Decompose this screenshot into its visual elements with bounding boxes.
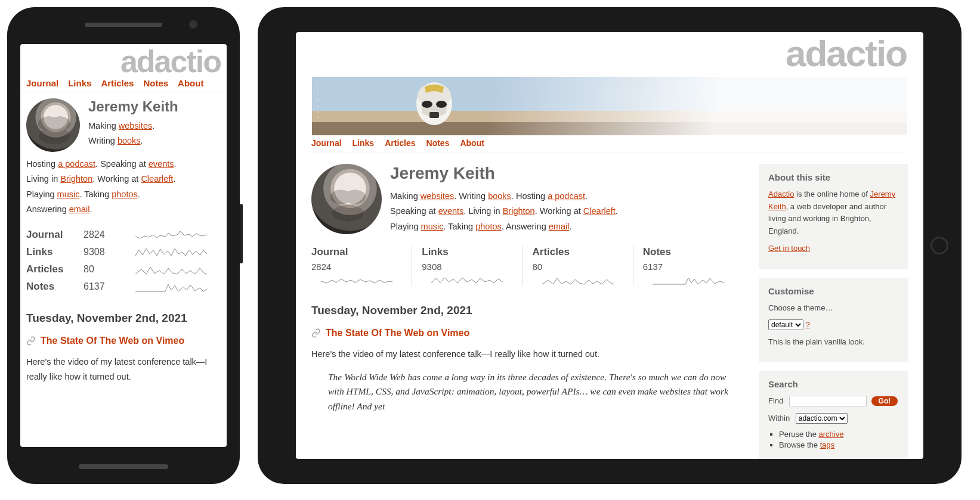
- archive-link[interactable]: archive: [819, 430, 844, 439]
- bio-link-music[interactable]: music: [57, 190, 80, 199]
- profile-name: Jeremy Keith: [390, 164, 743, 183]
- profile-bio: Making websites. Writing books. Hosting …: [390, 189, 743, 234]
- within-select[interactable]: adactio.com: [796, 413, 848, 424]
- link-icon: [26, 336, 36, 346]
- post-body: Here's the video of my latest conference…: [26, 355, 221, 384]
- hero-banner: □□□□□□: [311, 76, 908, 136]
- bio-link-books[interactable]: books: [488, 191, 511, 201]
- bio-link-events[interactable]: events: [149, 159, 174, 169]
- svg-point-3: [436, 101, 447, 108]
- tablet-screen: adactio □□□□□□ Journal Links Articles No…: [296, 32, 923, 459]
- bio-link-email[interactable]: email: [549, 222, 570, 231]
- phone-frame: adactio Journal Links Articles Notes Abo…: [7, 7, 240, 484]
- bio-link-photos[interactable]: photos: [475, 222, 502, 231]
- nav-notes[interactable]: Notes: [426, 138, 450, 148]
- svg-rect-4: [429, 112, 439, 118]
- link-icon: [311, 328, 321, 338]
- search-go-button[interactable]: Go!: [871, 396, 898, 406]
- bio-link-music[interactable]: music: [421, 222, 444, 231]
- stat-journal[interactable]: Journal 2824: [26, 228, 221, 242]
- bio-link-clearleft[interactable]: Clearleft: [141, 174, 173, 184]
- sidebar: About this site Adactio is the online ho…: [759, 153, 908, 459]
- profile-bio: Making websites. Writing books.: [88, 119, 178, 149]
- find-label: Find: [768, 395, 783, 408]
- search-heading: Search: [768, 379, 898, 389]
- bio-link-events[interactable]: events: [438, 206, 464, 216]
- tablet-home-button: [930, 237, 948, 254]
- stat-notes[interactable]: Notes 6137: [633, 246, 743, 286]
- avatar: [311, 164, 382, 234]
- profile-bio-cont: Hosting a podcast. Speaking at events. L…: [26, 157, 221, 218]
- stat-links[interactable]: Links 9308: [26, 245, 221, 259]
- nav-links[interactable]: Links: [353, 138, 375, 148]
- bio-link-clearleft[interactable]: Clearleft: [583, 206, 616, 216]
- phone-camera: [189, 20, 197, 29]
- about-link-site[interactable]: Adactio: [768, 190, 794, 198]
- phone-side-button: [240, 204, 243, 263]
- bio-link-photos[interactable]: photos: [112, 190, 138, 199]
- theme-note: This is the plain vanilla look.: [768, 336, 898, 349]
- box-about: About this site Adactio is the online ho…: [759, 164, 908, 269]
- customise-heading: Customise: [768, 286, 898, 296]
- box-customise: Customise Choose a theme… default ? This…: [759, 278, 908, 363]
- phone-home-indicator: [79, 464, 168, 469]
- contact-link[interactable]: Get in touch: [768, 244, 810, 253]
- nav-articles[interactable]: Articles: [385, 138, 415, 148]
- nav-about[interactable]: About: [460, 138, 484, 148]
- bio-link-brighton[interactable]: Brighton: [60, 174, 92, 184]
- theme-help-link[interactable]: ?: [806, 320, 810, 329]
- sparkline-journal: [311, 274, 402, 286]
- post-title[interactable]: The State Of The Web on Vimeo: [26, 336, 221, 346]
- bio-link-websites[interactable]: websites: [119, 121, 152, 131]
- about-heading: About this site: [768, 172, 898, 182]
- profile-name: Jeremy Keith: [88, 98, 178, 115]
- search-list-archive: Peruse the archive: [779, 430, 898, 439]
- stormtrooper-graphic: [401, 79, 467, 135]
- within-label: Within: [768, 412, 790, 425]
- primary-nav: Journal Links Articles Notes About: [311, 136, 908, 153]
- post-body: Here's the video of my latest conference…: [311, 347, 743, 362]
- banner-dots: □□□□□□: [317, 85, 321, 121]
- phone-content: Jeremy Keith Making websites. Writing bo…: [20, 92, 227, 390]
- search-list-tags: Browse the tags: [779, 440, 898, 449]
- sparkline-notes: [122, 279, 221, 294]
- post-date: Tuesday, November 2nd, 2021: [311, 304, 743, 317]
- stat-journal[interactable]: Journal 2824: [311, 246, 412, 286]
- site-logo[interactable]: adactio: [296, 32, 923, 73]
- bio-link-podcast[interactable]: a podcast: [548, 191, 585, 201]
- bio-link-brighton[interactable]: Brighton: [503, 206, 535, 216]
- nav-notes[interactable]: Notes: [143, 78, 168, 88]
- post-date: Tuesday, November 2nd, 2021: [26, 312, 221, 325]
- main-column: Jeremy Keith Making websites. Writing bo…: [311, 153, 743, 459]
- avatar: [26, 98, 80, 152]
- nav-about[interactable]: About: [178, 78, 203, 88]
- sparkline-articles: [533, 274, 623, 286]
- bio-link-websites[interactable]: websites: [421, 191, 454, 201]
- primary-nav: Journal Links Articles Notes About: [20, 76, 227, 92]
- post-title[interactable]: The State Of The Web on Vimeo: [311, 328, 743, 338]
- site-logo[interactable]: adactio: [20, 44, 227, 76]
- bio-link-email[interactable]: email: [69, 204, 90, 214]
- tags-link[interactable]: tags: [820, 440, 835, 449]
- nav-journal[interactable]: Journal: [311, 138, 342, 148]
- sparkline-links: [422, 274, 512, 286]
- nav-links[interactable]: Links: [68, 78, 91, 88]
- sparkline-notes: [643, 274, 734, 286]
- theme-select[interactable]: default: [768, 319, 803, 330]
- stat-links[interactable]: Links 9308: [412, 246, 522, 286]
- bio-link-podcast[interactable]: a podcast: [58, 159, 95, 169]
- tablet-frame: adactio □□□□□□ Journal Links Articles No…: [258, 7, 962, 484]
- stats-column: Journal 2824 Links 9308 Articles 80 Note…: [26, 228, 221, 294]
- search-input[interactable]: [789, 396, 867, 406]
- bio-link-books[interactable]: books: [118, 136, 141, 145]
- sparkline-journal: [122, 228, 221, 242]
- sparkline-links: [122, 245, 221, 259]
- nav-journal[interactable]: Journal: [26, 78, 58, 88]
- theme-label: Choose a theme…: [768, 302, 898, 315]
- stat-articles[interactable]: Articles 80: [26, 262, 221, 277]
- phone-screen: adactio Journal Links Articles Notes Abo…: [20, 44, 227, 447]
- svg-point-2: [422, 101, 432, 108]
- stat-notes[interactable]: Notes 6137: [26, 279, 221, 294]
- stat-articles[interactable]: Articles 80: [523, 246, 633, 286]
- nav-articles[interactable]: Articles: [101, 78, 134, 88]
